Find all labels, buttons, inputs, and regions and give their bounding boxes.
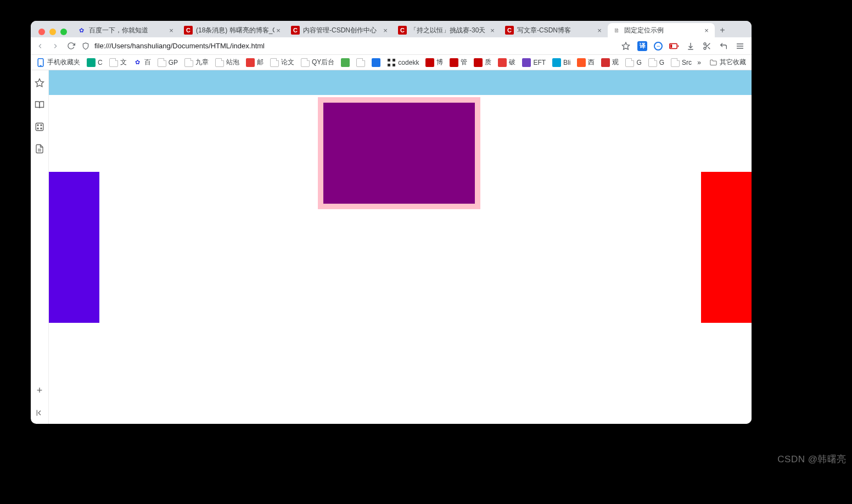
bookmark-item[interactable]: 九章 [182, 57, 211, 68]
other-bookmarks[interactable]: 其它收藏 [707, 57, 748, 68]
bookmark-item[interactable] [339, 57, 352, 68]
bookmark-item[interactable]: 管 [447, 57, 469, 68]
new-tab-button[interactable]: + [715, 23, 730, 37]
bookmark-icon [109, 58, 118, 67]
bookmark-label: 手机收藏夹 [47, 58, 80, 67]
bookmark-label: codekk [398, 59, 419, 66]
svg-marker-19 [36, 79, 44, 87]
bookmark-icon [301, 58, 310, 67]
folder-icon [709, 58, 718, 67]
bookmark-item[interactable]: Bli [550, 57, 573, 68]
bookmark-item[interactable]: C [85, 57, 105, 68]
bookmark-item[interactable]: Src [669, 57, 694, 68]
games-rail-icon[interactable] [35, 122, 44, 132]
close-tab-icon[interactable]: × [167, 26, 175, 35]
tab-favicon: C [398, 26, 407, 35]
bookmark-item[interactable]: EFT [520, 57, 548, 68]
reading-rail-icon[interactable] [35, 100, 44, 110]
demo-pink-box [318, 97, 480, 209]
close-window-icon[interactable] [38, 29, 45, 35]
reload-button[interactable] [66, 41, 76, 51]
close-tab-icon[interactable]: × [596, 26, 603, 35]
collapse-rail-icon[interactable] [35, 408, 44, 417]
bookmark-icon [625, 58, 634, 67]
bookmark-item[interactable]: 破 [496, 57, 518, 68]
bookmark-label: 管 [461, 58, 467, 67]
zoom-out-icon[interactable]: − [654, 42, 663, 51]
undo-icon[interactable] [719, 41, 728, 51]
add-rail-icon[interactable]: + [37, 385, 43, 396]
bookmark-item[interactable]: 观 [599, 57, 621, 68]
tab-title: 百度一下，你就知道 [89, 26, 167, 35]
url-field[interactable]: file:///Users/hanshuliang/Documents/HTML… [81, 40, 615, 53]
bookmark-item[interactable]: GP [155, 57, 180, 68]
bookmark-icon [36, 58, 45, 67]
bookmark-label: GP [169, 59, 178, 66]
bookmark-item[interactable]: QY后台 [299, 57, 337, 68]
tab-strip: ✿百度一下，你就知道×C(18条消息) 韩曙亮的博客_C×C内容管理-CSDN创… [31, 21, 752, 37]
notes-rail-icon[interactable] [35, 144, 44, 154]
star-icon[interactable] [621, 41, 631, 51]
minimize-window-icon[interactable] [49, 29, 56, 35]
maximize-window-icon[interactable] [60, 29, 67, 35]
close-tab-icon[interactable]: × [703, 26, 710, 35]
bookmark-item[interactable]: ✿百 [131, 57, 153, 68]
bookmark-item[interactable] [354, 57, 367, 68]
tab[interactable]: ✿百度一下，你就知道× [72, 23, 180, 37]
bookmark-icon [356, 58, 365, 67]
side-panel: + [31, 70, 49, 424]
bookmark-item[interactable]: codekk [385, 57, 421, 68]
scissors-icon[interactable] [702, 41, 712, 51]
bookmark-item[interactable]: G [646, 57, 666, 68]
close-tab-icon[interactable]: × [489, 26, 496, 35]
bookmark-item[interactable]: 西 [575, 57, 597, 68]
download-icon[interactable] [686, 41, 696, 51]
bookmark-label: 博 [436, 58, 443, 67]
bookmark-icon [671, 58, 680, 67]
svg-rect-17 [388, 64, 390, 66]
bookmark-label: G [659, 59, 664, 66]
tab[interactable]: C写文章-CSDN博客× [501, 23, 608, 37]
tab[interactable]: C(18条消息) 韩曙亮的博客_C× [180, 23, 287, 37]
bookmark-label: 百 [144, 58, 151, 67]
bookmarks-overflow[interactable]: » [697, 59, 701, 66]
tab-favicon: C [505, 26, 514, 35]
demo-purple-box [323, 103, 475, 204]
bookmark-label: EFT [533, 59, 546, 66]
toolbar-right: 译 − [621, 41, 747, 51]
translate-icon[interactable]: 译 [637, 41, 647, 51]
bookmark-item[interactable]: 博 [423, 57, 445, 68]
bookmark-label: 破 [509, 58, 515, 67]
svg-point-21 [37, 125, 38, 126]
bookmark-item[interactable]: G [623, 57, 643, 68]
bookmark-item[interactable]: 手机收藏夹 [34, 57, 82, 68]
bookmark-item[interactable]: 论文 [268, 57, 296, 68]
tab[interactable]: C内容管理-CSDN创作中心× [287, 23, 394, 37]
forward-button[interactable] [51, 41, 60, 51]
bookmark-item[interactable] [369, 57, 383, 68]
bookmark-item[interactable]: 邮 [244, 57, 266, 68]
bookmark-item[interactable]: 站泡 [213, 57, 242, 68]
menu-icon[interactable] [735, 41, 745, 51]
bookmark-item[interactable]: 质 [472, 57, 494, 68]
bookmark-item[interactable]: 文 [107, 57, 129, 68]
bookmark-icon [648, 58, 657, 67]
tab[interactable]: 🗎固定定位示例× [608, 23, 715, 37]
watermark: CSDN @韩曙亮 [777, 453, 847, 466]
close-tab-icon[interactable]: × [274, 26, 282, 35]
close-tab-icon[interactable]: × [382, 26, 389, 35]
tab[interactable]: C「持之以恒」挑战赛-30天× [394, 23, 501, 37]
bookmark-icon [498, 58, 507, 67]
site-info-icon[interactable] [81, 42, 90, 51]
address-bar: file:///Users/hanshuliang/Documents/HTML… [31, 37, 752, 55]
back-button[interactable] [35, 41, 45, 51]
svg-rect-20 [36, 123, 43, 131]
bookmark-icon [270, 58, 279, 67]
svg-rect-2 [670, 44, 672, 48]
bookmark-icon: ✿ [133, 58, 142, 67]
demo-right-box [701, 172, 752, 323]
favorites-rail-icon[interactable] [35, 78, 44, 88]
tab-favicon: ✿ [77, 26, 86, 35]
tab-title: 固定定位示例 [624, 26, 703, 35]
bookmark-icon [87, 58, 96, 67]
